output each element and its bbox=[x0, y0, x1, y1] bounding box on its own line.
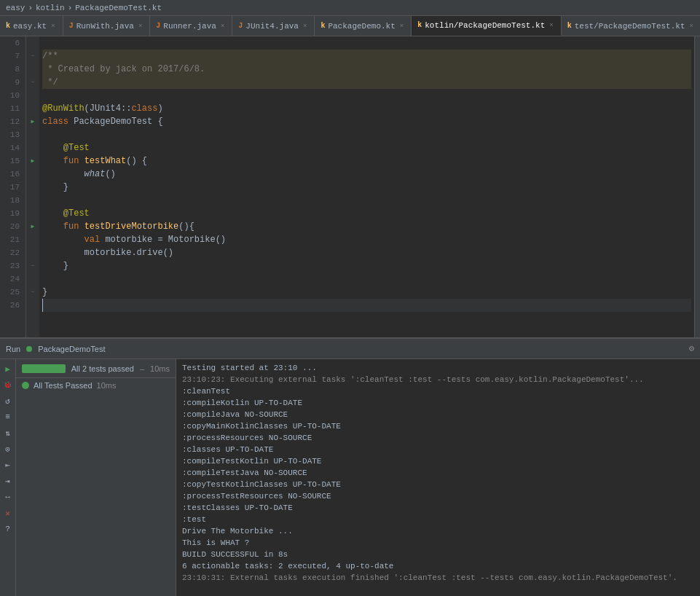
output-line: :compileKotlin UP-TO-DATE bbox=[182, 397, 694, 409]
tab-packagedemotest-test[interactable]: k test/PackageDemoTest.kt × bbox=[562, 16, 700, 36]
tab-close[interactable]: × bbox=[302, 22, 308, 31]
tab-runner[interactable]: J Runner.java × bbox=[150, 16, 232, 36]
test-pass-icon bbox=[22, 382, 29, 389]
breadcrumb: easy › kotlin › PackageDemoTest.kt bbox=[0, 0, 700, 16]
code-line bbox=[42, 194, 691, 207]
tab-label: PackageDemo.kt bbox=[328, 22, 395, 31]
tab-label: Runner.java bbox=[163, 22, 216, 31]
java-icon: J bbox=[238, 22, 243, 30]
code-line: what() bbox=[42, 168, 691, 181]
code-line: @Test bbox=[42, 141, 691, 154]
output-line: :classes UP-TO-DATE bbox=[182, 444, 694, 455]
kotlin-icon: k bbox=[6, 22, 10, 30]
fold-icon[interactable]: − bbox=[31, 259, 34, 272]
run-icon[interactable]: ▶ bbox=[31, 115, 35, 128]
kotlin-icon: k bbox=[567, 22, 572, 30]
sort-icon[interactable]: ⇅ bbox=[1, 426, 15, 439]
bottom-panel: Run PackageDemoTest ⚙ ▶ 🐞 ↺ ≡ ⇅ ⊙ ⇤ ⇥ ↔ … bbox=[0, 337, 700, 596]
output-line: :test bbox=[182, 514, 694, 525]
output-line: :processTestResources NO-SOURCE bbox=[182, 490, 694, 502]
settings-icon[interactable]: ⚙ bbox=[689, 343, 694, 354]
code-line: /** bbox=[42, 50, 691, 63]
code-line: * Created by jack on 2017/6/8. bbox=[42, 63, 691, 76]
expand-icon[interactable]: ↔ bbox=[1, 490, 15, 503]
tab-label: RunWith.java bbox=[76, 22, 134, 31]
tab-label: kotlin/PackageDemoTest.kt bbox=[425, 21, 545, 30]
play-icon[interactable]: ▶ bbox=[1, 362, 15, 375]
test-item-time: 10ms bbox=[97, 381, 117, 390]
help-icon[interactable]: ? bbox=[1, 522, 15, 536]
tabs-bar: k easy.kt × J RunWith.java × J Runner.ja… bbox=[0, 16, 700, 36]
tab-close[interactable]: × bbox=[688, 22, 695, 31]
editor-area: 6 7 8 9 10 11 12 13 14 15 16 17 18 19 20… bbox=[0, 36, 700, 337]
code-line: val motorbike = Motorbike() bbox=[42, 233, 691, 246]
output-line: 6 actionable tasks: 2 executed, 4 up-to-… bbox=[182, 560, 694, 572]
output-line: :compileTestJava NO-SOURCE bbox=[182, 467, 694, 479]
tab-packagedemo[interactable]: k PackageDemo.kt × bbox=[315, 16, 412, 36]
rerun-icon[interactable]: ↺ bbox=[1, 394, 15, 407]
test-split: ▶ 🐞 ↺ ≡ ⇅ ⊙ ⇤ ⇥ ↔ ✕ ? All 2 tests passed… bbox=[0, 359, 700, 596]
left-icon-strip: ▶ 🐞 ↺ ≡ ⇅ ⊙ ⇤ ⇥ ↔ ✕ ? bbox=[0, 359, 16, 596]
fold-icon[interactable]: − bbox=[31, 50, 34, 63]
filter-icon[interactable]: ⊙ bbox=[1, 442, 15, 455]
output-line: Testing started at 23:10 ... bbox=[182, 362, 694, 374]
breadcrumb-sep2: › bbox=[68, 4, 73, 12]
toggle-tree-icon[interactable]: ≡ bbox=[1, 410, 15, 423]
panel-title: PackageDemoTest bbox=[38, 345, 105, 353]
code-line bbox=[42, 36, 691, 50]
breadcrumb-file: PackageDemoTest.kt bbox=[75, 4, 162, 12]
tab-close[interactable]: × bbox=[50, 22, 56, 31]
tab-close[interactable]: × bbox=[137, 22, 143, 31]
code-line bbox=[42, 272, 691, 286]
code-gutter: − − ▶ ▶ ▶ − − bbox=[26, 36, 39, 337]
result-status-bar: All 2 tests passed – 10ms bbox=[16, 359, 176, 378]
code-line bbox=[42, 89, 691, 102]
output-line: :copyMainKotlinClasses UP-TO-DATE bbox=[182, 420, 694, 432]
test-output[interactable]: Testing started at 23:10 ...23:10:23: Ex… bbox=[176, 359, 700, 596]
right-scrollbar[interactable] bbox=[694, 36, 700, 337]
code-editor[interactable]: /** * Created by jack on 2017/6/8. */ @R… bbox=[39, 36, 694, 337]
fold-icon[interactable]: − bbox=[31, 286, 34, 299]
tab-close[interactable]: × bbox=[219, 22, 226, 31]
java-icon: J bbox=[156, 22, 160, 30]
test-item[interactable]: All Tests Passed 10ms bbox=[16, 378, 176, 393]
run-status-dot bbox=[26, 346, 32, 352]
code-line: motorbike.drive() bbox=[42, 246, 691, 259]
code-line: fun testDriveMotorbike(){ bbox=[42, 220, 691, 233]
tab-runwith[interactable]: J RunWith.java × bbox=[63, 16, 151, 36]
fold-icon[interactable]: − bbox=[31, 76, 34, 89]
import-icon[interactable]: ⇤ bbox=[1, 458, 15, 471]
tab-label: easy.kt bbox=[13, 22, 47, 31]
tab-close[interactable]: × bbox=[398, 22, 405, 31]
run-icon[interactable]: ▶ bbox=[31, 220, 35, 233]
output-line: 23:10:31: External tasks execution finis… bbox=[182, 572, 694, 584]
tab-label: JUnit4.java bbox=[245, 22, 299, 31]
result-time: – bbox=[140, 364, 144, 373]
run-debug-icon[interactable]: 🐞 bbox=[1, 378, 15, 391]
breadcrumb-sep1: › bbox=[28, 4, 33, 12]
code-line: class PackageDemoTest { bbox=[42, 115, 691, 128]
tab-easy[interactable]: k easy.kt × bbox=[0, 16, 63, 36]
code-line: } bbox=[42, 181, 691, 194]
export-icon[interactable]: ⇥ bbox=[1, 474, 15, 487]
line-numbers: 6 7 8 9 10 11 12 13 14 15 16 17 18 19 20… bbox=[0, 36, 26, 337]
output-line: :compileJava NO-SOURCE bbox=[182, 409, 694, 420]
panel-run-icon: Run bbox=[6, 345, 20, 353]
code-line: @Test bbox=[42, 207, 691, 220]
kotlin-icon: k bbox=[417, 21, 422, 29]
output-line: :cleanTest bbox=[182, 385, 694, 397]
output-line: :testClasses UP-TO-DATE bbox=[182, 502, 694, 514]
tab-packagedemotest-kotlin[interactable]: k kotlin/PackageDemoTest.kt × bbox=[412, 16, 561, 36]
code-line: } bbox=[42, 259, 691, 272]
breadcrumb-kotlin: kotlin bbox=[36, 4, 65, 12]
code-line: fun testWhat() { bbox=[42, 154, 691, 168]
output-line: :compileTestKotlin UP-TO-DATE bbox=[182, 455, 694, 467]
tab-close[interactable]: × bbox=[548, 21, 554, 30]
run-icon[interactable]: ▶ bbox=[31, 154, 35, 168]
panel-header: Run PackageDemoTest ⚙ bbox=[0, 339, 700, 359]
stop-icon[interactable]: ✕ bbox=[1, 506, 15, 519]
output-line: This is WHAT ? bbox=[182, 537, 694, 549]
output-line: Drive The Motorbike ... bbox=[182, 525, 694, 537]
breadcrumb-easy: easy bbox=[6, 4, 25, 12]
tab-junit4[interactable]: J JUnit4.java × bbox=[232, 16, 315, 36]
